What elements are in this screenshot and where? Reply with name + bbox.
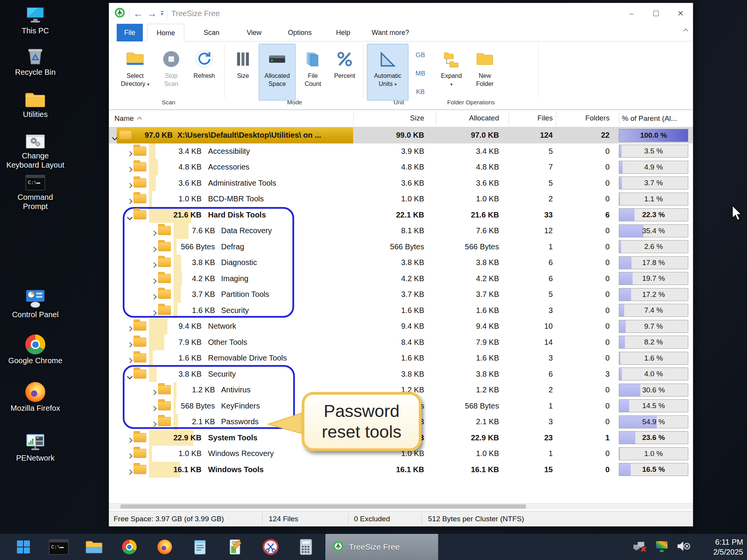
- row-size-label: 97.0 KB: [131, 127, 173, 143]
- desktop-icon-google-chrome[interactable]: Google Chrome: [5, 333, 66, 365]
- new-folder-button[interactable]: NewFolder: [468, 44, 501, 100]
- expand-chevron-icon[interactable]: [151, 262, 157, 268]
- select-directory-button[interactable]: SelectDirectory ▾: [116, 44, 154, 100]
- tab-home[interactable]: Home: [147, 24, 184, 42]
- table-row-accessibility[interactable]: 3.4 KBAccessibility3.9 KB3.4 KB503.5 %: [109, 143, 693, 160]
- desktop-icon-penetwork[interactable]: PENetwork: [5, 430, 66, 463]
- taskbar-app-treesize[interactable]: TreeSize Free: [326, 534, 438, 560]
- expand-chevron-icon[interactable]: [151, 310, 157, 315]
- expand-chevron-icon[interactable]: [127, 342, 132, 347]
- close-button[interactable]: ✕: [668, 3, 693, 24]
- unit-gb-button[interactable]: GB: [412, 47, 429, 64]
- unit-kb-button[interactable]: KB: [412, 84, 429, 100]
- expand-chevron-icon[interactable]: [151, 231, 157, 236]
- tray-volume-muted[interactable]: [676, 540, 691, 553]
- taskbar-button-start[interactable]: [12, 534, 35, 560]
- expand-chevron-icon[interactable]: [127, 469, 132, 474]
- percent-button[interactable]: Percent: [329, 44, 361, 100]
- tab-help[interactable]: Help: [330, 24, 357, 41]
- collapse-chevron-icon[interactable]: [127, 374, 132, 379]
- column-header-name[interactable]: Name: [114, 110, 141, 127]
- tray-network-disconnected[interactable]: [633, 540, 647, 554]
- taskbar-button-file-explorer[interactable]: [82, 534, 106, 560]
- cell-folders: 1: [556, 430, 614, 446]
- table-row-hard-disk-tools[interactable]: 21.6 KBHard Disk Tools22.1 KB21.6 KB3362…: [109, 207, 693, 223]
- horizontal-scrollbar[interactable]: [109, 503, 693, 509]
- expand-button[interactable]: Expand ▾: [436, 44, 467, 100]
- table-row-administrative-tools[interactable]: 3.6 KBAdministrative Tools3.6 KB3.6 KB50…: [109, 175, 693, 191]
- desktop-icon-change-keyboard-layout[interactable]: Change Keyboard Layout: [5, 128, 66, 170]
- table-row-defrag[interactable]: 566 BytesDefrag566 Bytes566 Bytes102.6 %: [109, 239, 693, 255]
- automatic-units-button[interactable]: AutomaticUnits ▾: [367, 44, 408, 100]
- expand-chevron-icon[interactable]: [127, 183, 132, 188]
- scrollbar-thumb[interactable]: [121, 504, 526, 509]
- tab-options[interactable]: Options: [281, 24, 319, 41]
- table-row-network[interactable]: 9.4 KBNetwork9.4 KB9.4 KB1009.7 %: [109, 318, 693, 334]
- minimize-button[interactable]: –: [619, 3, 644, 24]
- maximize-button[interactable]: [644, 3, 668, 24]
- table-row-bcd-mbr-tools[interactable]: 1.0 KBBCD-MBR Tools1.0 KB1.0 KB201.1 %: [109, 191, 693, 207]
- desktop-icon-control-panel[interactable]: Control Panel: [5, 287, 66, 319]
- taskbar-button-calculator[interactable]: [294, 534, 318, 560]
- unit-mb-button[interactable]: MB: [412, 65, 429, 82]
- desktop-icon-mozilla-firefox[interactable]: Mozilla Firefox: [5, 380, 66, 413]
- collapse-chevron-icon[interactable]: [112, 135, 117, 140]
- expand-chevron-icon[interactable]: [127, 453, 132, 459]
- table-row-partition-tools[interactable]: 3.7 KBPartition Tools3.7 KB3.7 KB5017.2 …: [109, 287, 693, 303]
- forward-arrow-icon[interactable]: →: [147, 8, 157, 18]
- expand-chevron-icon[interactable]: [151, 422, 157, 427]
- taskbar-button-notepad[interactable]: [188, 534, 212, 560]
- table-row-windows-tools[interactable]: 16.1 KBWindows Tools16.1 KB16.1 KB15016.…: [109, 462, 693, 478]
- desktop-icon-command-prompt[interactable]: C:\Command Prompt: [5, 170, 66, 211]
- desktop-icon-recycle-bin[interactable]: Recycle Bin: [5, 44, 66, 77]
- expand-chevron-icon[interactable]: [151, 390, 157, 395]
- taskbar-button-command-prompt[interactable]: C:\: [47, 534, 71, 560]
- taskbar-button-mozilla-firefox[interactable]: [153, 534, 177, 560]
- size-button[interactable]: Size: [229, 44, 257, 100]
- pct-of-parent-bar: 1.1 %: [619, 193, 688, 206]
- taskbar-clock[interactable]: 6:11 PM 2/5/2025: [693, 537, 743, 557]
- collapse-ribbon-icon[interactable]: [683, 28, 688, 33]
- tab-view[interactable]: View: [238, 24, 270, 41]
- column-header-pct-of-parent[interactable]: % of Parent (Al...: [622, 110, 677, 127]
- table-row-diagnostic[interactable]: 3.8 KBDiagnostic3.8 KB3.8 KB6017.8 %: [109, 255, 693, 271]
- table-row-security[interactable]: 3.8 KBSecurity3.8 KB3.8 KB634.0 %: [109, 366, 693, 382]
- column-header-files[interactable]: Files: [509, 110, 556, 126]
- table-row-data-recovery[interactable]: 7.6 KBData Recovery8.1 KB7.6 KB12035.4 %: [109, 223, 693, 239]
- table-row-x-users-default-desktop-utilities-on-[interactable]: 97.0 KBX:\Users\Default\Desktop\Utilitie…: [109, 127, 693, 143]
- expand-chevron-icon[interactable]: [151, 278, 157, 283]
- taskbar-button-snipping-tool[interactable]: [259, 534, 283, 560]
- tab-scan[interactable]: Scan: [195, 24, 228, 41]
- expand-chevron-icon[interactable]: [127, 358, 132, 363]
- expand-chevron-icon[interactable]: [127, 199, 132, 204]
- expand-chevron-icon[interactable]: [127, 167, 132, 172]
- expand-chevron-icon[interactable]: [127, 151, 132, 156]
- expand-chevron-icon[interactable]: [151, 405, 157, 411]
- file-count-button[interactable]: FileCount: [298, 44, 328, 100]
- tab-file[interactable]: File: [117, 24, 143, 41]
- tray-display-color[interactable]: [654, 539, 669, 555]
- back-arrow-icon[interactable]: ←: [133, 8, 143, 18]
- expand-chevron-icon[interactable]: [127, 326, 132, 331]
- desktop-icon-utilities-folder[interactable]: Utilities: [5, 87, 66, 119]
- allocated-space-button[interactable]: AllocatedSpace: [259, 44, 296, 100]
- refresh-button[interactable]: Refresh: [187, 44, 221, 100]
- stop-scan-button[interactable]: StopScan: [156, 44, 187, 100]
- taskbar-button-text-editor[interactable]: [223, 534, 247, 560]
- column-header-folders[interactable]: Folders: [556, 110, 614, 126]
- desktop-icon-this-pc[interactable]: This PC: [5, 3, 66, 35]
- table-row-removable-drive-tools[interactable]: 1.6 KBRemovable Drive Tools1.6 KB1.6 KB3…: [109, 350, 693, 366]
- table-row-other-tools[interactable]: 7.9 KBOther Tools8.4 KB7.9 KB1408.2 %: [109, 334, 693, 351]
- taskbar-button-google-chrome[interactable]: [117, 534, 141, 560]
- expand-chevron-icon[interactable]: [151, 246, 157, 252]
- table-row-security[interactable]: 1.6 KBSecurity1.6 KB1.6 KB307.4 %: [109, 303, 693, 319]
- customize-toolbar-icon[interactable]: ▾: [161, 11, 164, 16]
- table-row-accessories[interactable]: 4.8 KBAccessories4.8 KB4.8 KB704.9 %: [109, 159, 693, 175]
- collapse-chevron-icon[interactable]: [127, 214, 132, 220]
- expand-chevron-icon[interactable]: [127, 437, 132, 443]
- table-row-imaging[interactable]: 4.2 KBImaging4.2 KB4.2 KB6019.7 %: [109, 271, 693, 287]
- tab-want-more?[interactable]: Want more?: [365, 24, 415, 41]
- column-header-allocated[interactable]: Allocated: [436, 110, 509, 126]
- expand-chevron-icon[interactable]: [151, 294, 157, 300]
- column-header-size[interactable]: Size: [353, 110, 436, 126]
